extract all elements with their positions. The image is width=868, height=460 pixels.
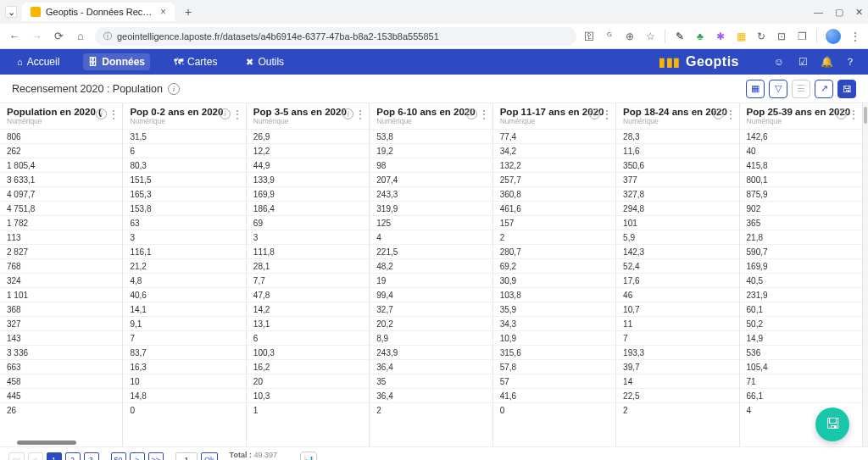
- table-cell[interactable]: 461,6: [493, 201, 615, 215]
- table-cell[interactable]: 20,2: [370, 316, 492, 330]
- column-header[interactable]: Pop 25-39 ans en 2020Numériquei⋮: [740, 103, 862, 129]
- table-cell[interactable]: 99,4: [370, 287, 492, 302]
- table-cell[interactable]: 257,7: [493, 172, 615, 186]
- table-cell[interactable]: 83,7: [123, 345, 245, 359]
- table-cell[interactable]: 193,3: [616, 345, 738, 359]
- bell-icon[interactable]: 🔔: [821, 56, 832, 68]
- table-cell[interactable]: 590,7: [740, 244, 862, 258]
- table-cell[interactable]: 0: [123, 402, 245, 417]
- column-info-icon[interactable]: i: [96, 108, 107, 119]
- table-cell[interactable]: 327: [0, 316, 122, 330]
- page-first-button[interactable]: <<: [8, 452, 25, 460]
- horizontal-scrollbar[interactable]: [0, 440, 868, 446]
- table-cell[interactable]: 48,2: [370, 258, 492, 273]
- table-cell[interactable]: 101: [616, 215, 738, 230]
- column-menu-icon[interactable]: ⋮: [232, 108, 242, 120]
- forward-button[interactable]: →: [29, 30, 44, 42]
- column-info-icon[interactable]: i: [589, 108, 600, 119]
- table-cell[interactable]: 22,5: [616, 388, 738, 402]
- table-cell[interactable]: 151,5: [123, 172, 245, 186]
- bookmark-icon[interactable]: ☆: [644, 30, 656, 42]
- table-cell[interactable]: 39,7: [616, 359, 738, 374]
- table-cell[interactable]: 327,8: [616, 186, 738, 201]
- table-cell[interactable]: 14,8: [123, 388, 245, 402]
- table-cell[interactable]: 71: [740, 374, 862, 388]
- table-cell[interactable]: 157: [493, 215, 615, 230]
- reload-button[interactable]: ⟳: [51, 30, 66, 42]
- table-cell[interactable]: 875,9: [740, 186, 862, 201]
- table-cell[interactable]: 10: [123, 374, 245, 388]
- page-1-button[interactable]: 1: [47, 452, 62, 460]
- extension-gear-icon[interactable]: ✱: [715, 30, 726, 42]
- view-table-button[interactable]: ▦: [746, 80, 765, 98]
- filter-button[interactable]: ▽: [769, 80, 787, 98]
- close-icon[interactable]: ×: [160, 6, 166, 18]
- table-cell[interactable]: 186,4: [247, 201, 369, 215]
- table-cell[interactable]: 2 827: [0, 244, 122, 258]
- table-cell[interactable]: 7: [616, 330, 738, 345]
- table-cell[interactable]: 44,9: [247, 158, 369, 172]
- table-cell[interactable]: 207,4: [370, 172, 492, 186]
- table-cell[interactable]: 103,8: [493, 287, 615, 302]
- table-cell[interactable]: 116,1: [123, 244, 245, 258]
- table-cell[interactable]: 53,8: [370, 129, 492, 143]
- table-cell[interactable]: 4,8: [123, 273, 245, 287]
- table-cell[interactable]: 800,1: [740, 172, 862, 186]
- table-cell[interactable]: 458: [0, 374, 122, 388]
- extension-tree-icon[interactable]: ♣: [694, 30, 706, 42]
- table-cell[interactable]: 50,2: [740, 316, 862, 330]
- table-cell[interactable]: 111,8: [247, 244, 369, 258]
- browser-menu-icon[interactable]: ⋮: [849, 30, 861, 42]
- column-header[interactable]: Pop 11-17 ans en 2020Numériquei⋮: [493, 103, 615, 129]
- table-cell[interactable]: 21,2: [123, 258, 245, 273]
- table-cell[interactable]: 280,7: [493, 244, 615, 258]
- table-cell[interactable]: 40,6: [123, 287, 245, 302]
- table-cell[interactable]: 34,2: [493, 143, 615, 158]
- table-cell[interactable]: 14: [616, 374, 738, 388]
- table-cell[interactable]: 35,9: [493, 302, 615, 316]
- table-cell[interactable]: 40: [740, 143, 862, 158]
- column-header[interactable]: Population en 2020 (Numériquei⋮: [0, 103, 122, 129]
- help-icon[interactable]: ？: [844, 56, 856, 68]
- translate-icon[interactable]: ᴳ: [604, 30, 615, 42]
- table-cell[interactable]: 165,3: [123, 186, 245, 201]
- table-cell[interactable]: 3: [123, 230, 245, 244]
- column-info-icon[interactable]: i: [220, 108, 231, 119]
- table-cell[interactable]: 2: [493, 230, 615, 244]
- table-cell[interactable]: 10,3: [247, 388, 369, 402]
- table-cell[interactable]: 80,3: [123, 158, 245, 172]
- new-tab-button[interactable]: +: [180, 5, 197, 19]
- key-icon[interactable]: ⚿: [583, 30, 595, 42]
- table-cell[interactable]: 52,4: [616, 258, 738, 273]
- table-cell[interactable]: 169,9: [247, 186, 369, 201]
- home-button[interactable]: ⌂: [73, 30, 88, 42]
- table-cell[interactable]: 231,9: [740, 287, 862, 302]
- table-cell[interactable]: 41,6: [493, 388, 615, 402]
- page-2-button[interactable]: 2: [65, 452, 81, 460]
- table-cell[interactable]: 142,3: [616, 244, 738, 258]
- column-info-icon[interactable]: i: [713, 108, 724, 119]
- nav-data[interactable]: 🗄 Données: [83, 53, 150, 70]
- column-menu-icon[interactable]: ⋮: [602, 108, 612, 120]
- extension-copy-icon[interactable]: ❐: [796, 30, 808, 42]
- table-cell[interactable]: 377: [616, 172, 738, 186]
- page-input[interactable]: [175, 452, 198, 460]
- page-info-icon[interactable]: i: [168, 83, 180, 95]
- save-button[interactable]: 🖫: [837, 80, 856, 98]
- table-cell[interactable]: 17,6: [616, 273, 738, 287]
- page-3-button[interactable]: 3: [84, 452, 99, 460]
- page-go-button[interactable]: Ok: [201, 452, 218, 460]
- table-cell[interactable]: 3: [247, 230, 369, 244]
- page-prev-button[interactable]: <: [28, 452, 43, 460]
- extension-pen-icon[interactable]: ✎: [674, 30, 686, 42]
- site-info-icon[interactable]: ⓘ: [103, 30, 112, 42]
- table-cell[interactable]: 6: [123, 143, 245, 158]
- column-header[interactable]: Pop 3-5 ans en 2020Numériquei⋮: [247, 103, 369, 129]
- table-cell[interactable]: 663: [0, 359, 122, 374]
- table-cell[interactable]: 2: [370, 402, 492, 417]
- table-cell[interactable]: 57,8: [493, 359, 615, 374]
- table-cell[interactable]: 1 782: [0, 215, 122, 230]
- table-cell[interactable]: 5,9: [616, 230, 738, 244]
- zoom-icon[interactable]: ⊕: [624, 30, 636, 42]
- table-cell[interactable]: 365: [740, 215, 862, 230]
